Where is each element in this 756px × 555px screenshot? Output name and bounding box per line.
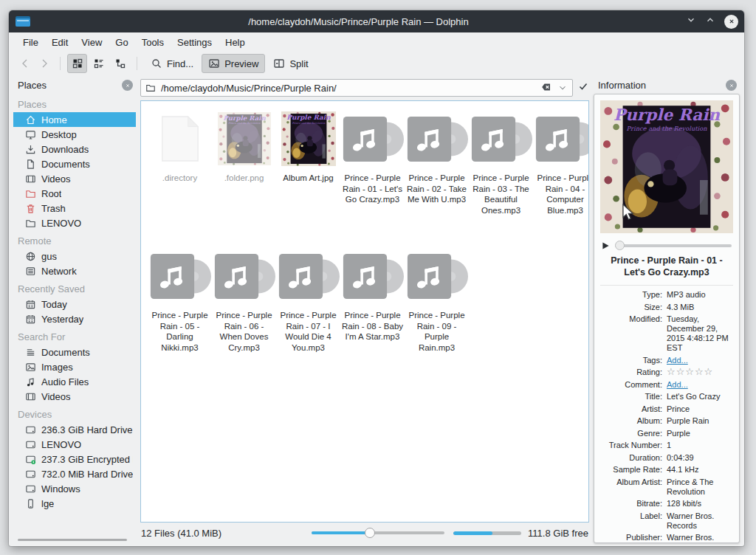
maximize-button[interactable] xyxy=(705,15,715,28)
back-button[interactable] xyxy=(16,55,34,72)
image-thumbnail xyxy=(281,107,336,170)
places-section-label: Search For xyxy=(13,326,136,345)
file-item-track-05[interactable]: Prince - Purple Rain - 05 - Darling Nikk… xyxy=(148,244,212,382)
audio-file-icon xyxy=(149,244,211,308)
add-tags-link[interactable]: Add... xyxy=(667,356,733,365)
sidebar-item-root[interactable]: Root xyxy=(13,186,136,201)
backspace-clear-icon xyxy=(540,81,552,93)
file-item-track-08[interactable]: Prince - Purple Rain - 08 - Baby I'm A S… xyxy=(340,244,405,382)
toolbar-separator xyxy=(60,57,61,70)
close-information-panel-button[interactable] xyxy=(726,80,737,91)
download-icon xyxy=(25,144,36,155)
menu-edit[interactable]: Edit xyxy=(45,35,75,50)
forward-button[interactable] xyxy=(35,55,53,72)
menu-view[interactable]: View xyxy=(75,35,109,50)
home-icon xyxy=(25,114,36,125)
audio-file-icon xyxy=(406,107,468,170)
menu-help[interactable]: Help xyxy=(219,35,252,50)
close-places-panel-button[interactable] xyxy=(122,80,133,91)
sidebar-item-lge[interactable]: lge xyxy=(13,496,136,511)
accept-location-button[interactable] xyxy=(577,80,589,95)
icons-view-button[interactable] xyxy=(67,54,87,73)
find-button[interactable]: Find... xyxy=(144,54,200,73)
folder-icon xyxy=(25,218,36,229)
calendar-icon xyxy=(25,314,36,325)
meta-bitrate: 128 kbit/s xyxy=(667,499,733,509)
window-title: /home/claydoh/Music/Prince/Purple Rain —… xyxy=(31,16,686,27)
file-item-track-04[interactable]: Prince - Purple Rain - 04 - Computer Blu… xyxy=(533,107,589,244)
minimize-button[interactable] xyxy=(686,15,696,28)
sidebar-item-search-images[interactable]: Images xyxy=(13,359,136,374)
trash-icon xyxy=(25,203,36,214)
mouse-cursor xyxy=(622,204,635,221)
sidebar-item-yesterday[interactable]: Yesterday xyxy=(13,311,136,326)
folder-view[interactable]: .directory .folder.png Album Art.jpg Pri… xyxy=(140,100,589,523)
file-item-track-07[interactable]: Prince - Purple Rain - 07 - I Would Die … xyxy=(276,244,340,382)
video-icon xyxy=(25,173,36,185)
hard-drive-icon xyxy=(25,424,36,435)
split-button[interactable]: Split xyxy=(267,54,315,73)
clear-location-button[interactable] xyxy=(540,81,552,95)
audio-file-icon xyxy=(342,244,404,308)
close-window-button[interactable] xyxy=(724,15,738,29)
zoom-slider[interactable] xyxy=(312,528,444,538)
sidebar-item-trash[interactable]: Trash xyxy=(13,201,136,216)
file-item-album-art[interactable]: Album Art.jpg xyxy=(276,107,340,244)
sidebar-item-gus[interactable]: gus xyxy=(13,249,136,263)
menu-go[interactable]: Go xyxy=(109,35,134,50)
add-comment-link[interactable]: Add... xyxy=(667,380,733,390)
file-item-track-09[interactable]: Prince - Purple Rain - 09 - Purple Rain.… xyxy=(405,244,469,382)
location-dropdown-icon[interactable] xyxy=(557,83,568,93)
sidebar-item-documents[interactable]: Documents xyxy=(13,156,136,171)
sidebar-item-lenovo[interactable]: LENOVO xyxy=(13,216,136,230)
sidebar-item-windows[interactable]: Windows xyxy=(13,481,136,496)
sidebar-item-network[interactable]: Network xyxy=(13,263,136,278)
places-horizontal-scrollbar[interactable] xyxy=(18,539,127,541)
preview-toggle-button[interactable]: Preview xyxy=(202,54,265,73)
location-bar[interactable]: /home/claydoh/Music/Prince/Purple Rain/ xyxy=(140,79,573,97)
file-item-directory[interactable]: .directory xyxy=(148,107,212,244)
compact-view-button[interactable] xyxy=(89,54,109,73)
file-item-track-06[interactable]: Prince - Purple Rain - 06 - When Doves C… xyxy=(212,244,276,382)
sidebar-item-downloads[interactable]: Downloads xyxy=(13,142,136,156)
sidebar-item-home[interactable]: Home xyxy=(13,112,136,127)
menu-tools[interactable]: Tools xyxy=(135,35,171,50)
checkmark-icon xyxy=(577,80,589,92)
seek-slider-handle[interactable] xyxy=(615,241,625,250)
sidebar-item-encrypted-drive[interactable]: 237.3 GiB Encrypted Dr… xyxy=(13,452,136,466)
hard-drive-icon xyxy=(25,483,36,494)
text-file-icon xyxy=(159,107,201,170)
places-panel: Places Places Home Desktop Downloads Doc… xyxy=(13,77,136,543)
sidebar-item-hard-drive-732[interactable]: 732.0 MiB Hard Drive xyxy=(13,466,136,481)
sidebar-item-videos[interactable]: Videos xyxy=(13,171,136,186)
sidebar-item-hard-drive-236[interactable]: 236.3 GiB Hard Drive xyxy=(13,422,136,437)
audio-preview-player xyxy=(602,241,732,250)
search-icon xyxy=(151,58,162,69)
sidebar-item-drive-lenovo[interactable]: LENOVO xyxy=(13,437,136,452)
image-thumbnail xyxy=(218,107,271,170)
audio-file-icon xyxy=(213,244,275,308)
desktop-icon xyxy=(25,129,36,140)
sidebar-item-search-audio[interactable]: Audio Files xyxy=(13,374,136,389)
sidebar-item-desktop[interactable]: Desktop xyxy=(13,127,136,142)
sidebar-item-search-videos[interactable]: Videos xyxy=(13,389,136,404)
seek-slider[interactable] xyxy=(615,241,732,250)
play-button[interactable] xyxy=(602,241,610,250)
meta-publisher: Warner Bros. Records xyxy=(667,533,733,543)
rating-stars[interactable]: ☆☆☆☆☆ xyxy=(667,368,733,377)
meta-track-number: 1 xyxy=(667,441,733,450)
sidebar-item-search-documents[interactable]: Documents xyxy=(13,345,136,359)
sidebar-item-today[interactable]: Today xyxy=(13,297,136,311)
file-item-track-01[interactable]: Prince - Purple Rain - 01 - Let's Go Cra… xyxy=(340,107,405,244)
details-view-icon xyxy=(114,58,126,69)
file-item-folder-png[interactable]: .folder.png xyxy=(212,107,276,244)
menu-settings[interactable]: Settings xyxy=(171,35,219,50)
audio-file-icon xyxy=(406,244,468,308)
menu-file[interactable]: File xyxy=(16,35,45,50)
file-item-track-02[interactable]: Prince - Purple Rain - 02 - Take Me With… xyxy=(405,107,469,244)
details-view-button[interactable] xyxy=(110,54,130,73)
split-icon xyxy=(273,58,285,69)
places-section-label: Places xyxy=(13,94,136,112)
zoom-slider-handle[interactable] xyxy=(365,528,375,538)
file-item-track-03[interactable]: Prince - Purple Rain - 03 - The Beautifu… xyxy=(469,107,533,244)
